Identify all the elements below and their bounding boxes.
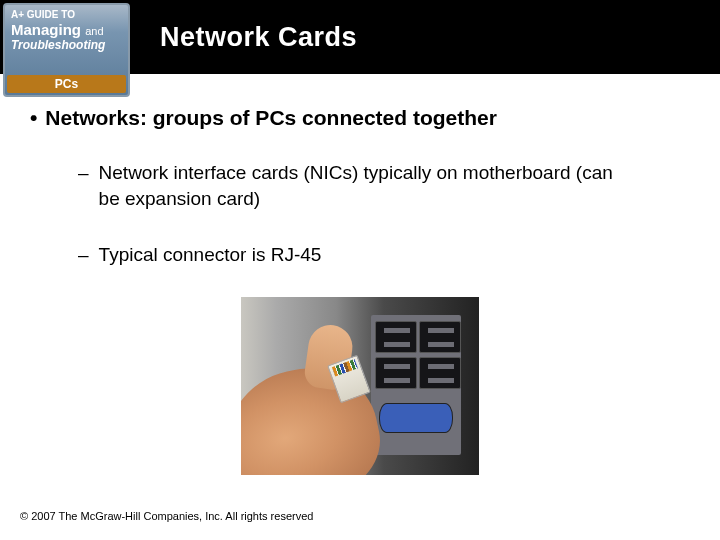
logo-line2: Troubleshooting [11,39,122,52]
sub-bullet-1-text: Network interface cards (NICs) typically… [99,160,630,211]
dash-icon: – [78,242,89,268]
book-logo: A+ GUIDE TO Managing and Troubleshooting… [3,3,130,97]
logo-pcs: PCs [7,75,126,93]
copyright-footer: © 2007 The McGraw-Hill Companies, Inc. A… [20,510,313,522]
slide-title: Network Cards [160,22,357,53]
sub-bullet-2-text: Typical connector is RJ-45 [99,242,322,268]
slide-content: • Networks: groups of PCs connected toge… [0,74,720,475]
bullet-dot-icon: • [30,104,37,132]
sub-bullet-1: – Network interface cards (NICs) typical… [78,160,690,211]
rj45-photo [241,297,479,475]
logo-topline: A+ GUIDE TO [11,9,122,20]
dash-icon: – [78,160,89,211]
logo-line1: Managing [11,21,81,38]
sub-bullet-2: – Typical connector is RJ-45 [78,242,690,268]
main-bullet: • Networks: groups of PCs connected toge… [30,104,690,132]
main-bullet-text: Networks: groups of PCs connected togeth… [45,104,497,132]
logo-join: and [85,25,103,37]
